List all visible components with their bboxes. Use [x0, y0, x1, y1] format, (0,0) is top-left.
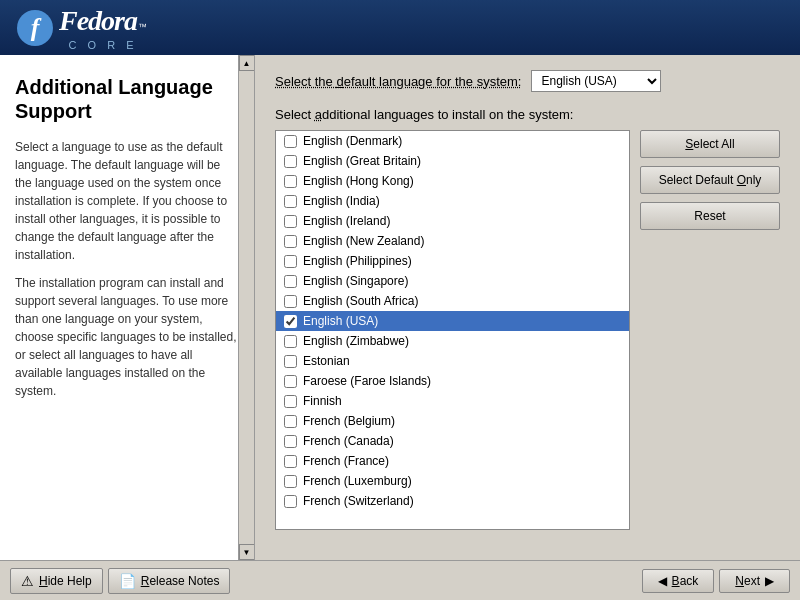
- list-item[interactable]: English (Ireland): [276, 211, 629, 231]
- list-item[interactable]: English (India): [276, 191, 629, 211]
- default-lang-row: Select the default language for the syst…: [275, 70, 780, 92]
- lang-name: English (South Africa): [303, 294, 418, 308]
- lang-name: French (Switzerland): [303, 494, 414, 508]
- lang-checkbox[interactable]: [284, 455, 297, 468]
- footer-left: ⚠ Hide Help 📄 Release Notes: [10, 568, 230, 594]
- list-item[interactable]: French (Luxemburg): [276, 471, 629, 491]
- lang-checkbox[interactable]: [284, 435, 297, 448]
- lang-checkbox[interactable]: [284, 135, 297, 148]
- lang-checkbox[interactable]: [284, 395, 297, 408]
- lang-name: French (Belgium): [303, 414, 395, 428]
- help-icon: ⚠: [21, 573, 34, 589]
- lang-name: Estonian: [303, 354, 350, 368]
- scroll-track: [240, 71, 254, 544]
- footer: ⚠ Hide Help 📄 Release Notes ◀ Back Next …: [0, 560, 800, 600]
- fedora-trademark: ™: [138, 22, 147, 32]
- lang-name: English (Ireland): [303, 214, 390, 228]
- lang-name: English (USA): [303, 314, 378, 328]
- list-item[interactable]: French (France): [276, 451, 629, 471]
- list-item[interactable]: English (USA): [276, 311, 629, 331]
- main-content: Additional Language Support Select a lan…: [0, 55, 800, 560]
- list-item[interactable]: English (Great Britain): [276, 151, 629, 171]
- sidebar-para-1: Select a language to use as the default …: [15, 138, 239, 264]
- lang-name: English (India): [303, 194, 380, 208]
- lang-checkbox[interactable]: [284, 375, 297, 388]
- list-item[interactable]: Faroese (Faroe Islands): [276, 371, 629, 391]
- lang-name: English (New Zealand): [303, 234, 424, 248]
- release-notes-button[interactable]: 📄 Release Notes: [108, 568, 231, 594]
- lang-panel: English (Denmark)English (Great Britain)…: [275, 130, 780, 530]
- lang-checkbox[interactable]: [284, 195, 297, 208]
- lang-buttons: Select All Select Default Only Reset: [640, 130, 780, 530]
- lang-checkbox[interactable]: [284, 335, 297, 348]
- sidebar-para-2: The installation program can install and…: [15, 274, 239, 400]
- lang-checkbox[interactable]: [284, 255, 297, 268]
- hide-help-button[interactable]: ⚠ Hide Help: [10, 568, 103, 594]
- lang-name: French (France): [303, 454, 389, 468]
- lang-list: English (Denmark)English (Great Britain)…: [276, 131, 629, 511]
- sidebar-scrollbar[interactable]: ▲ ▼: [238, 55, 254, 560]
- default-lang-select[interactable]: English (USA): [531, 70, 661, 92]
- lang-checkbox[interactable]: [284, 475, 297, 488]
- lang-checkbox[interactable]: [284, 355, 297, 368]
- list-item[interactable]: English (Hong Kong): [276, 171, 629, 191]
- list-item[interactable]: French (Canada): [276, 431, 629, 451]
- lang-name: Finnish: [303, 394, 342, 408]
- list-item[interactable]: Finnish: [276, 391, 629, 411]
- list-item[interactable]: English (Denmark): [276, 131, 629, 151]
- scroll-down-btn[interactable]: ▼: [239, 544, 255, 560]
- lang-name: Faroese (Faroe Islands): [303, 374, 431, 388]
- next-button[interactable]: Next ▶: [719, 569, 790, 593]
- scroll-up-btn[interactable]: ▲: [239, 55, 255, 71]
- lang-checkbox[interactable]: [284, 295, 297, 308]
- right-content: Select the default language for the syst…: [255, 55, 800, 560]
- sidebar: Additional Language Support Select a lan…: [0, 55, 255, 560]
- lang-checkbox[interactable]: [284, 415, 297, 428]
- lang-checkbox[interactable]: [284, 315, 297, 328]
- fedora-core-subtext: C O R E: [59, 39, 147, 51]
- lang-checkbox[interactable]: [284, 495, 297, 508]
- lang-name: English (Great Britain): [303, 154, 421, 168]
- lang-checkbox[interactable]: [284, 155, 297, 168]
- list-item[interactable]: English (New Zealand): [276, 231, 629, 251]
- back-button[interactable]: ◀ Back: [642, 569, 715, 593]
- reset-button[interactable]: Reset: [640, 202, 780, 230]
- select-default-only-button[interactable]: Select Default Only: [640, 166, 780, 194]
- release-notes-label: Release Notes: [141, 574, 220, 588]
- lang-checkbox[interactable]: [284, 215, 297, 228]
- lang-name: English (Zimbabwe): [303, 334, 409, 348]
- footer-right: ◀ Back Next ▶: [642, 569, 790, 593]
- lang-name: English (Singapore): [303, 274, 408, 288]
- hide-help-label: Hide Help: [39, 574, 92, 588]
- default-lang-label: Select the default language for the syst…: [275, 74, 521, 89]
- next-label: Next: [735, 574, 760, 588]
- lang-name: English (Denmark): [303, 134, 402, 148]
- list-item[interactable]: Estonian: [276, 351, 629, 371]
- list-item[interactable]: English (Zimbabwe): [276, 331, 629, 351]
- lang-name: English (Hong Kong): [303, 174, 414, 188]
- select-all-button[interactable]: Select All: [640, 130, 780, 158]
- lang-name: English (Philippines): [303, 254, 412, 268]
- additional-lang-label: Select additional languages to install o…: [275, 107, 780, 122]
- next-arrow: ▶: [765, 574, 774, 588]
- back-label: Back: [672, 574, 699, 588]
- lang-checkbox[interactable]: [284, 235, 297, 248]
- lang-name: French (Canada): [303, 434, 394, 448]
- lang-checkbox[interactable]: [284, 175, 297, 188]
- fedora-logo-icon: f: [15, 8, 55, 48]
- lang-name: French (Luxemburg): [303, 474, 412, 488]
- list-item[interactable]: French (Switzerland): [276, 491, 629, 511]
- list-item[interactable]: English (Singapore): [276, 271, 629, 291]
- list-item[interactable]: French (Belgium): [276, 411, 629, 431]
- list-item[interactable]: English (South Africa): [276, 291, 629, 311]
- lang-checkbox[interactable]: [284, 275, 297, 288]
- sidebar-title: Additional Language Support: [15, 75, 239, 123]
- fedora-logo-text: Fedora: [59, 5, 137, 37]
- fedora-logo: f Fedora ™ C O R E: [15, 5, 147, 51]
- list-item[interactable]: English (Philippines): [276, 251, 629, 271]
- header: f Fedora ™ C O R E: [0, 0, 800, 55]
- back-arrow: ◀: [658, 574, 667, 588]
- notes-icon: 📄: [119, 573, 136, 589]
- lang-list-container[interactable]: English (Denmark)English (Great Britain)…: [275, 130, 630, 530]
